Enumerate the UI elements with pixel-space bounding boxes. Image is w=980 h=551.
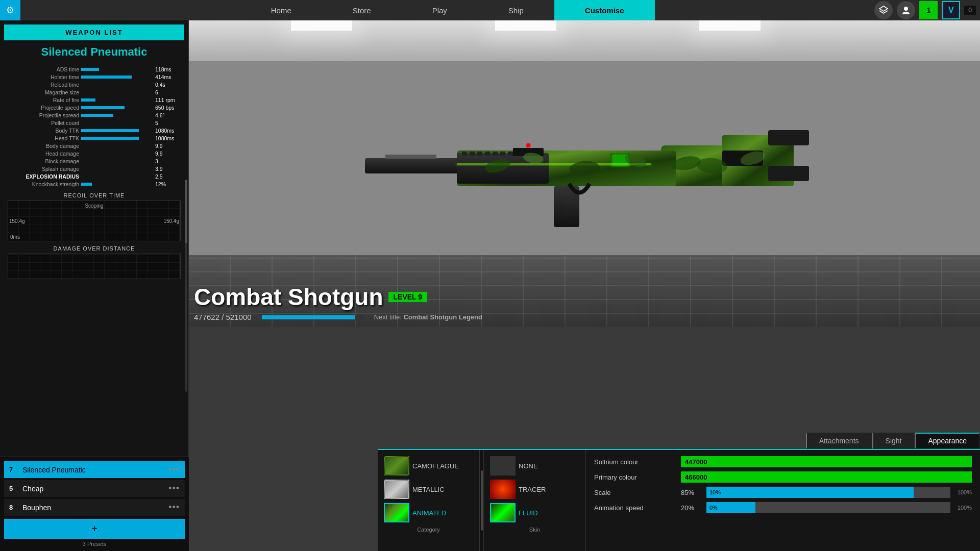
stat-ads-time: ADS time 118ms <box>8 66 181 72</box>
svg-rect-13 <box>426 155 436 159</box>
svg-rect-15 <box>462 152 467 156</box>
nav-tab-customise[interactable]: Customise <box>554 0 655 20</box>
skin-name-animated: ANIMATED <box>412 509 446 517</box>
preset-item-1[interactable]: 7 Silenced Pneumatic ••• <box>4 461 185 478</box>
recoil-chart: Scoping 150.4g 150.4g 0ms <box>8 201 181 241</box>
stat-value: 2.5 <box>155 173 181 180</box>
stat-reload-time: Reload time 0.4s <box>8 82 181 88</box>
tab-sight[interactable]: Sight <box>872 433 915 449</box>
damage-grid <box>8 254 180 279</box>
skin-tracer[interactable]: TRACER <box>488 478 581 501</box>
weapon-info-overlay: Combat Shotgun LEVEL 9 477622 / 521000 N… <box>194 283 482 321</box>
preset-item-2[interactable]: 5 Cheap ••• <box>4 480 185 497</box>
prop-primary: Primary colour 466000 <box>594 471 972 483</box>
nav-right-section: 1 V 0 <box>874 1 980 19</box>
stat-label: Holster time <box>8 74 79 80</box>
stat-body-damage: Body damage 9.9 <box>8 143 181 149</box>
prop-bar-soltrium[interactable]: 447000 <box>681 456 972 467</box>
skin-animated[interactable]: ANIMATED <box>382 501 475 524</box>
preset-name: Silenced Pneumatic <box>22 466 163 474</box>
xp-bar-fill <box>262 315 355 319</box>
weapon-name-title: Silenced Pneumatic <box>0 45 188 59</box>
stat-bar-container <box>81 182 153 186</box>
stat-value: 650 bps <box>155 105 181 111</box>
stat-label: Magazine size <box>8 89 79 95</box>
skin-camoflague[interactable]: CAMOFLAGUE <box>382 454 475 478</box>
skin-label: Skin <box>488 527 581 533</box>
stat-label: Block damage <box>8 158 79 164</box>
prop-scale-percent: 85% <box>681 489 701 496</box>
stat-bar-container <box>81 152 153 156</box>
nav-tab-ship[interactable]: Ship <box>478 0 554 20</box>
stat-value: 12% <box>155 181 181 187</box>
stat-projectile-speed: Projectile speed 650 bps <box>8 105 181 111</box>
prop-scale-slider[interactable]: 10% <box>706 487 950 498</box>
nav-tab-home[interactable]: Home <box>240 0 322 20</box>
skin-thumb-metallic <box>384 480 409 499</box>
weapon-level-badge: LEVEL 9 <box>388 292 428 302</box>
scroll-thumb <box>185 180 187 243</box>
preset-options[interactable]: ••• <box>168 464 180 475</box>
skin-metallic[interactable]: METALLIC <box>382 478 475 501</box>
preset-item-3[interactable]: 8 Bouphen ••• <box>4 499 185 516</box>
svg-rect-19 <box>493 152 498 156</box>
tab-appearance[interactable]: Appearance <box>915 433 980 449</box>
add-preset-button[interactable]: + <box>4 519 185 539</box>
damage-section-title: DAMAGE OVER DISTANCE <box>0 245 188 252</box>
stat-value: 5 <box>155 120 181 126</box>
stat-label: Head TTK <box>8 135 79 141</box>
prop-label-soltrium: Soltrium colour <box>594 458 676 466</box>
gun-svg <box>355 84 814 237</box>
stat-value: 118ms <box>155 66 181 72</box>
stat-value: 0.4s <box>155 82 181 88</box>
prop-scale: Scale 85% 10% 100% <box>594 487 972 498</box>
bottom-customization-panel: CAMOFLAGUE METALLIC ANIMATED Category NO… <box>378 449 980 551</box>
nav-logo: ⚙ <box>0 0 20 20</box>
svg-rect-9 <box>385 155 396 159</box>
preset-options[interactable]: ••• <box>168 483 180 494</box>
prop-scale-fill: 10% <box>706 487 914 498</box>
stat-label: Pellet count <box>8 120 79 126</box>
svg-rect-11 <box>406 155 416 159</box>
weapon-title: Combat Shotgun <box>194 283 383 311</box>
stat-splash-damage: Splash damage 3.9 <box>8 166 181 172</box>
recoil-section-title: RECOIL OVER TIME <box>0 192 188 198</box>
stat-magazine-size: Magazine size 6 <box>8 89 181 95</box>
nav-tabs: Home Store Play Ship Customise <box>20 0 874 20</box>
prop-bar-primary[interactable]: 466000 <box>681 471 972 483</box>
preset-number: 7 <box>9 466 17 473</box>
gun-display <box>355 46 814 276</box>
skin-fluid[interactable]: FLUID <box>488 501 581 524</box>
tab-attachments[interactable]: Attachments <box>806 433 872 449</box>
recoil-value-right: 150.4g <box>163 218 179 224</box>
profile-icon-button[interactable] <box>897 1 915 19</box>
stat-bar-container <box>81 121 153 125</box>
skin-thumb-none <box>490 456 516 475</box>
stat-block-damage: Block damage 3 <box>8 158 181 164</box>
stat-label: Head damage <box>8 151 79 157</box>
skin-none[interactable]: NONE <box>488 454 581 478</box>
scroll-indicator[interactable] <box>185 180 187 392</box>
nav-tab-play[interactable]: Play <box>402 0 478 20</box>
damage-chart <box>8 254 181 279</box>
stat-bar-container <box>81 75 153 79</box>
svg-point-24 <box>526 143 530 147</box>
prop-label-primary: Primary colour <box>594 473 676 481</box>
ceiling-light-3 <box>699 20 761 31</box>
stat-bar-container <box>81 144 153 148</box>
svg-rect-27 <box>457 163 651 165</box>
stat-label: Reload time <box>8 82 79 88</box>
svg-rect-4 <box>768 130 809 145</box>
preset-options[interactable]: ••• <box>168 502 180 513</box>
skin-name-metallic: METALLIC <box>412 486 445 493</box>
prop-anim-fill: 0% <box>706 502 755 513</box>
prop-anim-slider[interactable]: 0% <box>706 502 950 513</box>
stat-bar-container <box>81 159 153 163</box>
stat-bar <box>81 129 139 132</box>
xp-values: 477622 / 521000 <box>194 313 252 321</box>
layers-icon-button[interactable] <box>874 1 893 19</box>
stat-label: Projectile speed <box>8 105 79 111</box>
stat-knockback: Knockback strength 12% <box>8 181 181 187</box>
presets-count: 3 Presets <box>4 541 185 547</box>
nav-tab-store[interactable]: Store <box>322 0 402 20</box>
